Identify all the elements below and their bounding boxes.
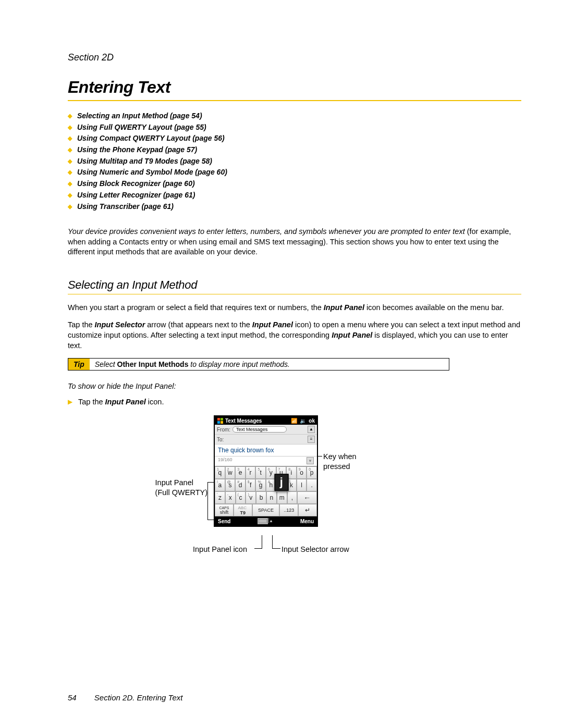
- key-row: !a @s #d $f %g &h j ?k l .: [215, 479, 317, 491]
- shift-label: shift: [220, 510, 229, 515]
- text: Tap the: [78, 398, 105, 406]
- key-e: 3e: [235, 466, 246, 479]
- key-f: $f: [246, 479, 256, 491]
- keyboard: 1q 2w 3e 4r 5t 6y 7u 8i 9o 0p !a @s #d $…: [215, 466, 317, 516]
- toc-item: Using the Phone Keypad (page 57): [68, 144, 521, 156]
- tip-label: Tip: [68, 359, 90, 370]
- term-input-panel: Input Panel: [105, 398, 146, 406]
- key-space: SPACE: [252, 504, 280, 516]
- key-s: @s: [225, 479, 236, 491]
- callout-input-panel-icon: Input Panel icon: [193, 545, 247, 554]
- key-shift: CAPS shift: [215, 504, 234, 516]
- page-title: Entering Text: [68, 78, 521, 97]
- scroll-up-icon: ▲: [308, 426, 315, 433]
- from-value: Text Messages: [232, 426, 287, 433]
- key-v: )v: [246, 491, 256, 504]
- section-label: Section 2D: [68, 52, 521, 63]
- char-count-row: 19/160 ▼: [215, 456, 317, 466]
- body-paragraph-1: When you start a program or select a fie…: [68, 303, 521, 313]
- dropdown-icon: ▼: [307, 457, 314, 464]
- callout-input-selector-arrow: Input Selector arrow: [282, 545, 349, 554]
- page-footer: 54 Section 2D. Entering Text: [68, 693, 182, 702]
- text: Select: [95, 360, 117, 368]
- figure: Input Panel (Full QWERTY) Key when press…: [141, 415, 454, 561]
- callout-text: Input Panel (Full QWERTY): [155, 478, 207, 498]
- t9-label: T9: [240, 510, 246, 515]
- leader-line: [262, 535, 262, 549]
- key-row: 1q 2w 3e 4r 5t 6y 7u 8i 9o 0p: [215, 466, 317, 479]
- callout-text: Key when pressed: [323, 452, 357, 471]
- key-mode: ABCT9: [234, 504, 252, 516]
- intro-lead: Your device provides convenient ways to …: [68, 227, 465, 236]
- phone-titlebar: Text Messages 📶 🔉 ok: [215, 416, 317, 425]
- term-input-panel: Input Panel: [332, 331, 372, 339]
- signal-icon: 📶: [291, 418, 298, 424]
- key-j-pressed: j: [274, 474, 288, 491]
- key-t: 5t: [255, 466, 266, 479]
- toc-item: Using Block Recognizer (page 60): [68, 178, 521, 190]
- tip-text: Select Other Input Methods to display mo…: [90, 359, 295, 370]
- term-input-selector: Input Selector: [95, 320, 145, 329]
- intro-paragraph: Your device provides convenient ways to …: [68, 227, 521, 257]
- key-l: l: [297, 479, 307, 491]
- key-d: #d: [235, 479, 246, 491]
- volume-icon: 🔉: [300, 418, 307, 424]
- leader-line: [272, 535, 273, 549]
- to-row: To: ≡: [215, 435, 317, 445]
- footer-text: Section 2D. Entering Text: [94, 693, 183, 702]
- to-label: To:: [217, 437, 224, 442]
- char-count: 19/160: [218, 457, 232, 464]
- from-row: From: Text Messages ▲: [215, 425, 317, 435]
- key-w: 2w: [225, 466, 236, 479]
- key-m: m: [277, 491, 287, 504]
- toc-item: Using Numeric and Symbol Mode (page 60): [68, 167, 521, 178]
- key-period: .: [307, 479, 317, 491]
- key-p: 0p: [307, 466, 317, 479]
- key-row: CAPS shift ABCT9 SPACE ..123 ↵: [215, 504, 317, 516]
- toc-item: Selecting an Input Method (page 54): [68, 110, 521, 122]
- text: icon.: [146, 398, 164, 406]
- key-o: 9o: [297, 466, 307, 479]
- app-title: Text Messages: [225, 418, 262, 424]
- leader-line: [207, 482, 208, 520]
- message-text: The quick brown fox: [215, 445, 317, 456]
- text: Tap the: [68, 320, 95, 329]
- key-b: b: [256, 491, 266, 504]
- windows-flag-icon: [217, 417, 223, 424]
- send-button: Send: [218, 519, 230, 524]
- leader-line: [272, 548, 280, 549]
- term-input-panel: Input Panel: [252, 320, 293, 329]
- text: arrow (that appears next to the: [145, 320, 252, 329]
- leader-line: [207, 482, 214, 483]
- text: to display more input methods.: [188, 360, 290, 368]
- key-g: %g: [255, 479, 266, 491]
- key-r: 4r: [246, 466, 256, 479]
- key-row: 'z -x (c )v b n m , ←: [215, 491, 317, 504]
- menu-button: Menu: [300, 519, 314, 524]
- key-n: n: [266, 491, 277, 504]
- key-q: 1q: [215, 466, 225, 479]
- title-rule: [68, 100, 521, 101]
- text: When you start a program or select a fie…: [68, 303, 324, 312]
- subheading: Selecting an Input Method: [68, 278, 521, 292]
- tip-box: Tip Select Other Input Methods to displa…: [68, 358, 449, 371]
- toc-item: Using Transcriber (page 61): [68, 201, 521, 213]
- procedure-heading: To show or hide the Input Panel:: [68, 382, 521, 390]
- toc-item: Using Compact QWERTY Layout (page 56): [68, 133, 521, 144]
- manual-page: Section 2D Entering Text Selecting an In…: [0, 0, 563, 728]
- toc-list: Selecting an Input Method (page 54) Usin…: [68, 110, 521, 212]
- ok-button: ok: [309, 418, 315, 424]
- scroll-grip-icon: ≡: [308, 436, 315, 443]
- toc-item: Using Multitap and T9 Modes (page 58): [68, 156, 521, 167]
- phone-bottombar: Send ▴ Menu: [215, 516, 317, 526]
- from-label: From:: [217, 427, 230, 433]
- input-selector-icon: ▴: [268, 518, 273, 523]
- key-enter: ↵: [298, 504, 317, 516]
- leader-line: [254, 548, 262, 549]
- text: icon becomes available on the menu bar.: [364, 303, 504, 312]
- key-a: !a: [215, 479, 225, 491]
- toc-item: Using Full QWERTY Layout (page 55): [68, 122, 521, 133]
- key-backspace: ←: [297, 491, 317, 504]
- term-input-panel: Input Panel: [324, 303, 364, 312]
- body-paragraph-2: Tap the Input Selector arrow (that appea…: [68, 320, 521, 351]
